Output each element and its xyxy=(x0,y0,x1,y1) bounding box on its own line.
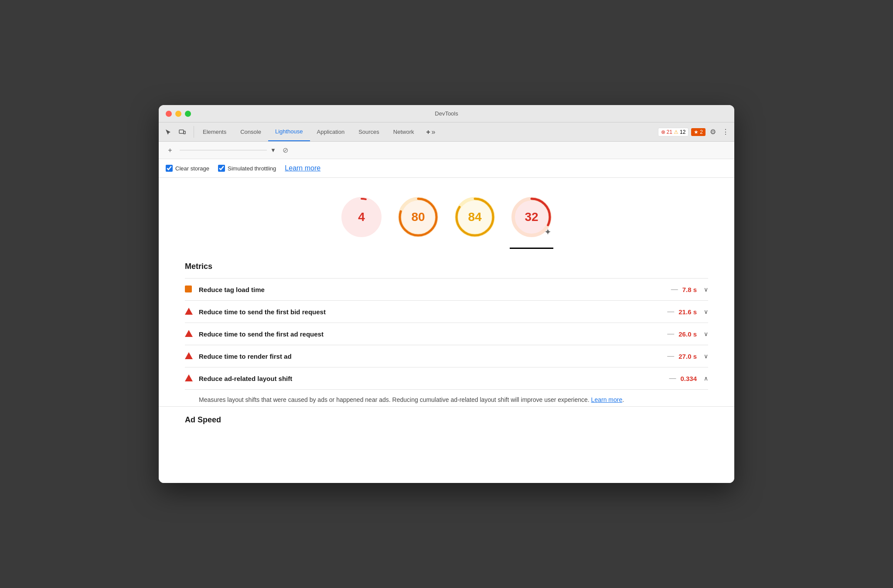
triangle-icon xyxy=(185,330,193,337)
metric-icon-4 xyxy=(185,374,193,382)
cursor-icon[interactable] xyxy=(162,126,174,138)
svg-rect-0 xyxy=(179,130,184,133)
traffic-lights xyxy=(166,111,191,117)
chevron-down-icon-1: ∨ xyxy=(704,308,708,315)
clear-storage-checkbox[interactable] xyxy=(166,165,173,172)
metric-label-2: Reduce time to send the first ad request xyxy=(199,330,665,338)
metric-dash-1: — xyxy=(667,308,674,316)
metric-label-3: Reduce time to render first ad xyxy=(199,353,665,360)
metric-row-1[interactable]: Reduce time to send the first bid reques… xyxy=(185,300,708,323)
metric-value-4: 0.334 xyxy=(680,375,697,382)
score-circle-1: 80 xyxy=(396,195,440,239)
score-value-3: 32 xyxy=(525,210,538,224)
score-value-1: 80 xyxy=(411,210,425,224)
metric-label-4: Reduce ad-related layout shift xyxy=(199,375,667,382)
close-button[interactable] xyxy=(166,111,172,117)
metric-row-4-container: Reduce ad-related layout shift — 0.334 ∧… xyxy=(185,367,708,406)
tab-lighthouse[interactable]: Lighthouse xyxy=(268,122,310,141)
chevron-up-icon-4: ∧ xyxy=(704,375,708,382)
triangle-icon xyxy=(185,374,193,381)
tab-elements[interactable]: Elements xyxy=(196,122,233,141)
simulated-throttling-option[interactable]: Simulated throttling xyxy=(218,165,276,172)
clear-storage-option[interactable]: Clear storage xyxy=(166,165,209,172)
active-score-indicator xyxy=(159,248,734,253)
tab-network[interactable]: Network xyxy=(386,122,421,141)
metric-dash-4: — xyxy=(669,374,676,382)
minimize-button[interactable] xyxy=(175,111,181,117)
options-bar: Clear storage Simulated throttling Learn… xyxy=(159,159,734,178)
toolbar: + ▼ ⊘ xyxy=(159,142,734,159)
more-tabs-button[interactable]: » xyxy=(421,122,439,141)
tab-console[interactable]: Console xyxy=(233,122,268,141)
square-icon xyxy=(185,286,192,292)
devtools-window: DevTools Elements Console Lighthous xyxy=(159,105,734,483)
error-icon: ⊗ xyxy=(661,129,665,135)
block-icon[interactable]: ⊘ xyxy=(279,144,292,156)
score-underline xyxy=(510,248,553,249)
error-badge[interactable]: ⊗ 21 ⚠ 12 xyxy=(658,128,689,136)
warning-icon: ⚠ xyxy=(674,129,678,135)
more-options-icon[interactable]: ⋮ xyxy=(720,126,731,138)
metric-row-4[interactable]: Reduce ad-related layout shift — 0.334 ∧ xyxy=(185,367,708,389)
learn-more-link[interactable]: Learn more xyxy=(285,164,320,172)
metric-value-1: 21.6 s xyxy=(678,308,697,316)
scores-section: 4 80 84 xyxy=(159,178,734,248)
metric-description-4: Measures layout shifts that were caused … xyxy=(185,389,708,406)
window-title: DevTools xyxy=(435,110,458,117)
score-value-2: 84 xyxy=(468,210,481,224)
right-controls: ⊗ 21 ⚠ 12 ★ 2 ⚙ ⋮ xyxy=(658,122,731,141)
tab-toolbar-icons xyxy=(162,122,188,141)
error-count: 21 xyxy=(667,129,672,135)
maximize-button[interactable] xyxy=(185,111,191,117)
svg-rect-1 xyxy=(184,131,185,134)
chevron-down-icon-3: ∨ xyxy=(704,353,708,360)
metric-learn-more-link-4[interactable]: Learn more xyxy=(591,396,623,403)
clear-storage-label: Clear storage xyxy=(175,165,209,172)
settings-icon[interactable]: ⚙ xyxy=(708,126,718,138)
title-bar: DevTools xyxy=(159,105,734,122)
ad-speed-title: Ad Speed xyxy=(159,406,734,433)
plugin-count: 2 xyxy=(700,129,703,135)
metric-dash-2: — xyxy=(667,330,674,338)
plugin-star-icon: ✦ xyxy=(544,227,552,237)
metric-label-1: Reduce time to send the first bid reques… xyxy=(199,308,665,316)
metric-label-0: Reduce tag load time xyxy=(199,286,669,293)
device-toggle-icon[interactable] xyxy=(176,126,188,138)
metric-value-3: 27.0 s xyxy=(678,353,697,360)
metric-dash-0: — xyxy=(671,286,678,293)
tab-separator xyxy=(194,126,194,138)
triangle-icon xyxy=(185,308,193,315)
metric-row-2[interactable]: Reduce time to send the first ad request… xyxy=(185,323,708,345)
metric-dash-3: — xyxy=(667,352,674,360)
simulated-throttling-checkbox[interactable] xyxy=(218,165,225,172)
simulated-throttling-label: Simulated throttling xyxy=(228,165,276,172)
metrics-section: Metrics Reduce tag load time — 7.8 s ∨ R… xyxy=(159,253,734,406)
score-value-0: 4 xyxy=(358,210,365,224)
metric-icon-2 xyxy=(185,330,193,338)
score-circle-2: 84 xyxy=(453,195,497,239)
chevron-down-icon-0: ∨ xyxy=(704,286,708,293)
main-content: 4 80 84 xyxy=(159,178,734,483)
metric-row-3[interactable]: Reduce time to render first ad — 27.0 s … xyxy=(185,345,708,367)
metric-value-0: 7.8 s xyxy=(682,286,697,293)
dropdown-arrow[interactable]: ▼ xyxy=(270,147,276,153)
tabs-bar: Elements Console Lighthouse Application … xyxy=(159,122,734,142)
metric-icon-1 xyxy=(185,308,193,316)
chevron-down-icon-2: ∨ xyxy=(704,330,708,337)
metrics-title: Metrics xyxy=(185,253,708,278)
metric-icon-0 xyxy=(185,286,193,293)
score-circle-0: 4 xyxy=(340,195,383,239)
add-button[interactable]: + xyxy=(164,144,176,156)
tab-sources[interactable]: Sources xyxy=(351,122,386,141)
plugin-icon: ★ xyxy=(694,129,699,135)
warning-count: 12 xyxy=(680,129,685,135)
score-circle-3: 32 ✦ xyxy=(510,195,553,239)
tab-application[interactable]: Application xyxy=(310,122,352,141)
metric-row-0[interactable]: Reduce tag load time — 7.8 s ∨ xyxy=(185,278,708,300)
metric-value-2: 26.0 s xyxy=(678,330,697,338)
triangle-icon xyxy=(185,352,193,359)
plugin-badge[interactable]: ★ 2 xyxy=(691,128,706,136)
metric-icon-3 xyxy=(185,352,193,360)
